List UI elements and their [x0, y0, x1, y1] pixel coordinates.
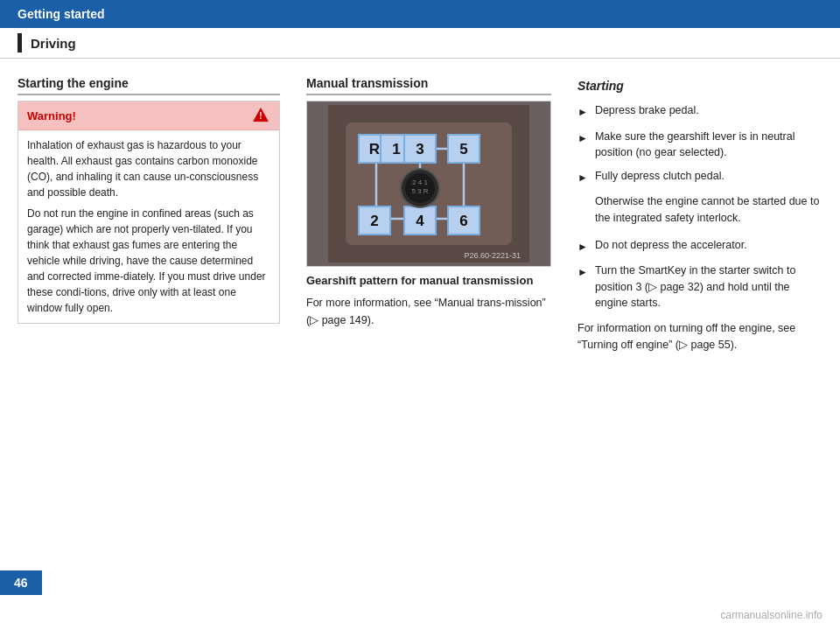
- right-column-heading: Starting: [578, 76, 822, 95]
- warning-paragraph-1: Inhalation of exhaust gas is hazardous t…: [27, 137, 270, 200]
- watermark: carmanualsonline.info: [720, 609, 822, 621]
- gearshift-caption: Gearshift pattern for manual transmissio…: [306, 274, 551, 287]
- warning-header: Warning! !: [18, 102, 279, 130]
- warning-label: Warning!: [27, 109, 76, 122]
- section-bar: Driving: [0, 28, 840, 59]
- note-text: Otherwise the engine cannot be started d…: [578, 193, 822, 227]
- section-title: Driving: [31, 36, 76, 51]
- svg-text:P26.60-2221-31: P26.60-2221-31: [464, 251, 521, 260]
- footer-paragraph: For information on turning off the engin…: [578, 320, 822, 354]
- bullet-item-4: ► Do not depress the accelerator.: [578, 237, 822, 256]
- right-column: Starting ► Depress brake pedal. ► Make s…: [578, 76, 822, 354]
- transmission-image: R 1 3 5 2 4 6: [306, 101, 551, 267]
- svg-text:R: R: [369, 141, 380, 158]
- warning-icon: !: [251, 106, 270, 125]
- header-title: Getting started: [18, 7, 105, 21]
- bullet-arrow-4: ►: [578, 239, 588, 256]
- svg-text:5 3 R: 5 3 R: [411, 187, 428, 195]
- bullet-arrow-3: ►: [578, 170, 588, 186]
- bullet-text-5: Turn the SmartKey in the starter switch …: [595, 262, 822, 312]
- section-bar-line: [18, 33, 22, 52]
- bullet-arrow-5: ►: [578, 264, 588, 281]
- page-number: 46: [0, 570, 42, 595]
- bullet-item-3: ► Fully depress clutch pedal.: [578, 168, 822, 186]
- bullet-text-3: Fully depress clutch pedal.: [595, 168, 724, 185]
- svg-text:6: 6: [459, 213, 467, 229]
- gear-diagram-svg: R 1 3 5 2 4 6: [328, 105, 529, 262]
- page-footer: 46: [0, 570, 42, 595]
- main-content: Starting the engine Warning! ! Inhalatio…: [0, 67, 840, 362]
- bullet-text-1: Depress brake pedal.: [595, 102, 699, 119]
- bullet-item-2: ► Make sure the gearshift lever is in ne…: [578, 129, 822, 162]
- left-column-heading: Starting the engine: [18, 76, 280, 95]
- svg-text:2: 2: [370, 213, 378, 229]
- bullet-arrow-2: ►: [578, 130, 588, 147]
- warning-body: Inhalation of exhaust gas is hazardous t…: [18, 130, 279, 323]
- middle-column: Manual transmission: [306, 76, 551, 354]
- middle-body-text: For more information, see “Manual trans-…: [306, 294, 551, 329]
- svg-text:3: 3: [416, 141, 424, 158]
- left-column: Starting the engine Warning! ! Inhalatio…: [18, 76, 280, 354]
- svg-text:2 4 1: 2 4 1: [412, 178, 428, 186]
- warning-paragraph-2: Do not run the engine in confined areas …: [27, 206, 270, 316]
- bullet-text-4: Do not depress the accelerator.: [595, 237, 747, 254]
- page-header: Getting started: [0, 0, 840, 28]
- bullet-item-1: ► Depress brake pedal.: [578, 102, 822, 121]
- svg-text:!: !: [259, 111, 262, 121]
- bullet-arrow-1: ►: [578, 104, 588, 121]
- bullet-text-2: Make sure the gearshift lever is in neut…: [595, 129, 822, 162]
- bullet-item-5: ► Turn the SmartKey in the starter switc…: [578, 262, 822, 312]
- svg-text:1: 1: [392, 141, 400, 158]
- middle-column-heading: Manual transmission: [306, 76, 551, 95]
- svg-text:5: 5: [459, 141, 467, 158]
- warning-box: Warning! ! Inhalation of exhaust gas is …: [18, 101, 280, 324]
- svg-text:4: 4: [416, 213, 424, 229]
